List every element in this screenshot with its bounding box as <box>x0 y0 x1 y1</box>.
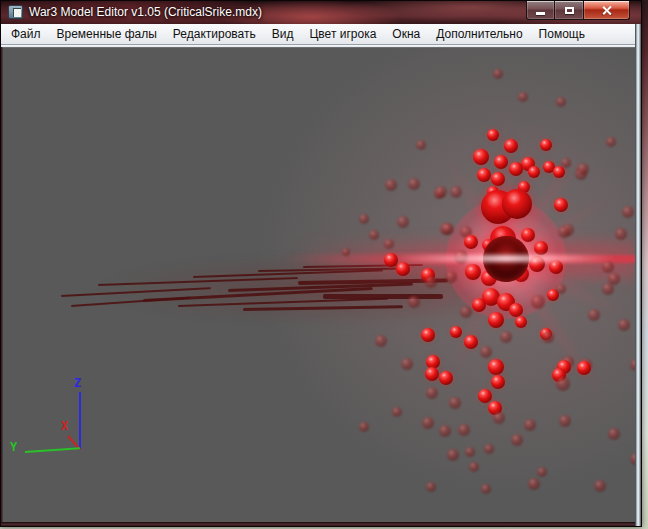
particle-sphere <box>442 223 454 235</box>
particle-sphere <box>425 367 439 381</box>
particle-sphere <box>396 262 410 276</box>
desktop: War3 Model Editor v1.05 (CriticalSrike.m… <box>0 0 648 529</box>
particle-sphere <box>359 214 369 224</box>
particle-sphere <box>608 428 620 440</box>
particle-sphere <box>511 434 523 446</box>
particle-sphere <box>464 235 478 249</box>
particle-sphere <box>439 371 453 385</box>
particle-sphere <box>481 484 491 494</box>
menu-item-1[interactable]: Временные фалы <box>49 24 165 44</box>
particle-sphere <box>488 312 504 328</box>
particle-sphere <box>559 415 571 427</box>
particle-sphere <box>421 328 435 342</box>
particle-sphere <box>556 284 566 294</box>
particle-sphere <box>342 248 350 256</box>
menu-item-3[interactable]: Вид <box>264 24 302 44</box>
particle-sphere <box>622 206 634 218</box>
particle-sphere <box>542 331 554 343</box>
particle-sphere <box>577 361 591 375</box>
particle-sphere <box>521 228 535 242</box>
maximize-button[interactable] <box>555 1 583 20</box>
particle-sphere <box>450 326 462 338</box>
particle-sphere <box>426 482 436 492</box>
close-button[interactable] <box>583 1 630 20</box>
particle-sphere <box>537 467 547 477</box>
particle-sphere <box>439 425 451 437</box>
particle-sphere <box>416 140 426 150</box>
particle-sphere <box>534 241 548 255</box>
particle-sphere <box>375 335 387 347</box>
particle-sphere <box>553 166 565 178</box>
particle-sphere <box>447 449 459 461</box>
window-border-bottom <box>1 522 635 526</box>
particle-sphere <box>515 316 527 328</box>
particle-sphere <box>549 260 563 274</box>
title-bar[interactable]: War3 Model Editor v1.05 (CriticalSrike.m… <box>1 1 641 24</box>
particle-sphere <box>487 129 499 141</box>
particle-sphere <box>556 97 566 107</box>
particle-sphere <box>540 139 552 151</box>
minimize-button[interactable] <box>526 1 555 20</box>
particle-sphere <box>588 309 600 321</box>
particle-sphere <box>615 228 627 240</box>
particle-sphere <box>369 230 379 240</box>
menu-item-5[interactable]: Окна <box>384 24 428 44</box>
particle-sphere <box>478 389 492 403</box>
particle-sphere <box>460 306 472 318</box>
particle-sphere <box>408 178 420 190</box>
particle-sphere <box>426 387 438 399</box>
particle-sphere <box>558 226 570 238</box>
particle-sphere <box>385 179 397 191</box>
particle-sphere <box>491 172 505 186</box>
window-controls <box>526 1 630 20</box>
particle-sphere <box>488 359 504 375</box>
particle-sphere <box>445 271 457 283</box>
model-viewport[interactable]: Z X Y <box>2 47 636 524</box>
particle-sphere <box>480 346 492 358</box>
particle-sphere <box>464 335 478 349</box>
particle-sphere <box>477 168 491 182</box>
menu-item-4[interactable]: Цвет игрока <box>301 24 384 44</box>
particle-sphere <box>528 166 540 178</box>
menu-item-2[interactable]: Редактировать <box>165 24 264 44</box>
particle-sphere <box>397 216 409 228</box>
maximize-icon <box>565 7 574 14</box>
particle-sphere <box>465 447 475 457</box>
particle-sphere <box>484 444 494 454</box>
menu-item-7[interactable]: Помощь <box>531 24 593 44</box>
particle-sphere <box>509 303 523 317</box>
window-title: War3 Model Editor v1.05 (CriticalSrike.m… <box>29 1 262 23</box>
particle-sphere <box>422 417 434 429</box>
particle-sphere <box>528 478 540 490</box>
particle-sphere <box>494 155 508 169</box>
axis-z-line <box>79 392 81 449</box>
particle-sphere <box>556 377 570 391</box>
particle-sphere <box>554 198 568 212</box>
menu-bar: ФайлВременные фалыРедактироватьВидЦвет и… <box>1 24 641 45</box>
particle-sphere <box>524 419 536 431</box>
particle-sphere <box>469 462 479 472</box>
axis-y-label: Y <box>10 440 17 454</box>
particle-sphere <box>458 424 470 436</box>
particle-sphere <box>502 189 532 219</box>
particle-sphere <box>401 358 413 370</box>
particle-sphere <box>602 283 614 295</box>
particle-sphere <box>359 422 369 432</box>
particle-sphere <box>500 331 512 343</box>
particle-sphere <box>465 264 481 280</box>
particle-sphere <box>493 412 505 424</box>
particle-sphere <box>509 162 523 176</box>
menu-item-0[interactable]: Файл <box>1 24 49 44</box>
particle-sphere <box>408 296 420 308</box>
particle-sphere <box>493 69 503 79</box>
particle-sphere <box>618 319 630 331</box>
particle-sphere <box>435 186 447 198</box>
particle-sphere <box>491 375 505 389</box>
particle-sphere <box>594 480 606 492</box>
axis-x-label: X <box>61 419 68 433</box>
menu-item-6[interactable]: Дополнительно <box>428 24 530 44</box>
particle-sphere <box>518 92 528 102</box>
particle-sphere <box>449 397 461 409</box>
particle-sphere <box>450 186 462 198</box>
particle-sphere <box>384 239 394 249</box>
